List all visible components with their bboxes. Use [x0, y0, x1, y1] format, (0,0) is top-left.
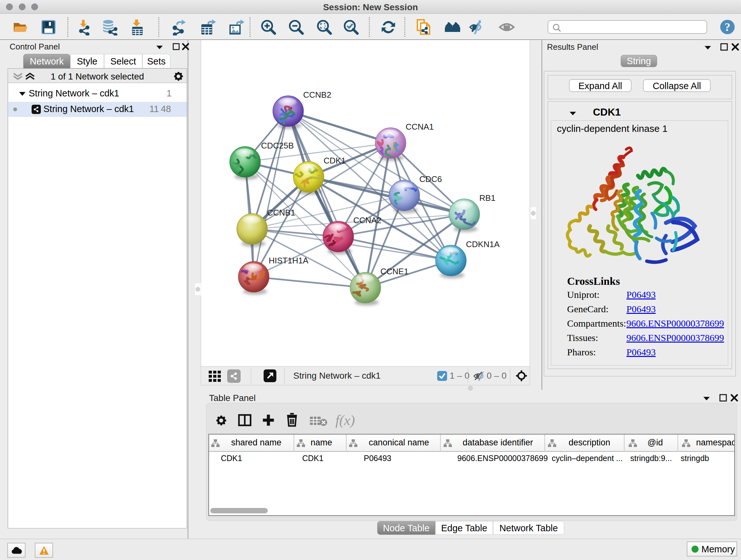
svg-text:CDK1: CDK1: [324, 156, 346, 165]
svg-text:CCNB2: CCNB2: [303, 90, 331, 100]
svg-text:CCNB1: CCNB1: [267, 208, 295, 217]
svg-text:HIST1H1A: HIST1H1A: [269, 256, 309, 265]
svg-text:CCNA1: CCNA1: [406, 122, 434, 132]
svg-text:CDKN1A: CDKN1A: [466, 240, 500, 249]
svg-text:CDC25B: CDC25B: [261, 141, 294, 150]
svg-text:CCNE1: CCNE1: [381, 266, 408, 276]
svg-text:RB1: RB1: [479, 193, 495, 203]
svg-text:CCNA2: CCNA2: [353, 215, 381, 225]
svg-text:CDC6: CDC6: [419, 174, 442, 184]
svg-text:?: ?: [725, 21, 731, 34]
